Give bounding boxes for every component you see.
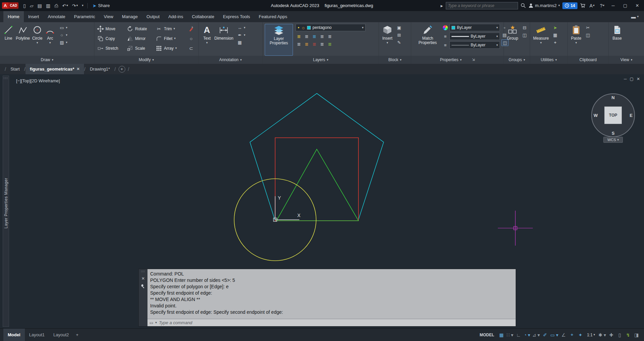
rotate-button[interactable]: Rotate xyxy=(126,26,155,32)
command-settings-wrench-icon[interactable] xyxy=(141,284,145,289)
linetype-list-icon[interactable] xyxy=(443,42,448,48)
status-icon[interactable]: ▭ ▾ xyxy=(549,331,559,339)
store-cart-icon[interactable] xyxy=(580,3,586,8)
base-button[interactable]: Base xyxy=(611,24,624,56)
viewport-controls[interactable]: [−][Top][2D Wireframe] xyxy=(16,78,60,83)
help-menu[interactable] xyxy=(599,2,606,9)
search-expand-icon[interactable] xyxy=(441,3,443,8)
stretch-button[interactable]: Stretch xyxy=(96,45,126,52)
panel-label-clipboard[interactable]: Clipboard xyxy=(568,56,608,64)
paste-button[interactable]: Paste xyxy=(570,24,583,56)
polyline-button[interactable]: Polyline xyxy=(15,24,31,56)
command-drag-grip[interactable] xyxy=(141,270,145,273)
panel-label-view[interactable]: View xyxy=(609,56,644,64)
group-button[interactable]: Group xyxy=(506,24,519,56)
mirror-button[interactable]: Mirror xyxy=(126,35,155,42)
status-icon[interactable]: ✚ xyxy=(607,331,615,339)
panel-label-draw[interactable]: Draw xyxy=(0,56,94,64)
layer-tool-icon[interactable] xyxy=(303,41,310,47)
ribbon-tab[interactable]: Insert xyxy=(24,11,44,22)
undo-button[interactable] xyxy=(61,2,69,9)
panel-label-properties[interactable]: Properties⇲ xyxy=(411,56,504,64)
offset-button[interactable] xyxy=(187,35,197,42)
status-icon[interactable]: ⌖ xyxy=(568,331,576,339)
status-icon[interactable]: ✱ ▾ xyxy=(597,331,607,339)
ungroup-button[interactable] xyxy=(521,25,528,31)
ribbon-tab[interactable]: Featured Apps xyxy=(254,11,292,22)
scale-button[interactable]: Scale xyxy=(126,45,155,52)
viewcube-west[interactable]: W xyxy=(594,113,598,118)
panel-label-annotation[interactable]: Annotation xyxy=(199,56,262,64)
layer-tool-icon[interactable] xyxy=(303,33,310,39)
share-button[interactable]: Share xyxy=(90,2,112,9)
palette-grip-icon[interactable] xyxy=(4,77,8,80)
ribbon-display-toggle[interactable]: ▬ xyxy=(631,11,644,22)
linear-dimension-button[interactable] xyxy=(237,25,246,31)
minimize-button[interactable] xyxy=(608,2,618,10)
panel-label-utilities[interactable]: Utilities xyxy=(530,56,567,64)
annotation-scale-button[interactable]: 1:1 xyxy=(585,333,597,337)
id-point-button[interactable] xyxy=(552,39,559,45)
status-icon[interactable]: ✐ xyxy=(541,331,549,339)
new-layout-button[interactable] xyxy=(73,329,81,341)
viewcube-north[interactable]: N xyxy=(611,95,614,100)
quick-select-button[interactable] xyxy=(552,25,559,31)
search-icon[interactable] xyxy=(521,3,526,8)
layer-tool-icon[interactable] xyxy=(311,33,318,39)
layer-tool-icon[interactable] xyxy=(327,41,333,47)
create-block-button[interactable] xyxy=(396,25,402,31)
wcs-menu[interactable]: WCS xyxy=(603,137,623,143)
restore-drawing-button[interactable] xyxy=(630,77,634,81)
status-icon[interactable]: ✦ xyxy=(576,331,585,339)
file-tab-active[interactable]: figuras_geometricas* xyxy=(26,64,84,74)
dimension-button[interactable]: Dimension xyxy=(213,24,234,56)
erase-button[interactable] xyxy=(187,26,197,32)
layer-tool-icon[interactable] xyxy=(296,33,302,39)
leader-button[interactable] xyxy=(237,32,246,38)
model-space-indicator[interactable]: MODEL xyxy=(480,333,494,337)
file-tab-drawing1[interactable]: Drawing1* xyxy=(85,64,114,74)
ucs-y-label[interactable]: Y xyxy=(278,195,281,201)
new-tab-button[interactable] xyxy=(119,66,125,73)
minimize-drawing-button[interactable] xyxy=(624,77,627,81)
ribbon-tab[interactable]: Parametric xyxy=(70,11,99,22)
viewcube-south[interactable]: S xyxy=(612,131,615,136)
move-button[interactable]: Move xyxy=(96,26,126,32)
copy-clip-button[interactable] xyxy=(585,32,591,38)
maximize-button[interactable] xyxy=(620,2,630,10)
new-file-icon[interactable] xyxy=(22,2,27,9)
panel-launcher-icon[interactable]: ⇲ xyxy=(472,58,475,61)
layer-tool-icon[interactable] xyxy=(319,33,326,39)
color-wheel-icon[interactable] xyxy=(443,25,448,30)
user-menu[interactable]: m.martins2 xyxy=(528,3,560,8)
command-history[interactable]: Command: POLPOLYGON Enter number of side… xyxy=(147,269,516,319)
ellipse-tool-button[interactable] xyxy=(58,32,68,38)
layer-tool-icon[interactable] xyxy=(311,41,318,47)
ribbon-tab[interactable]: Express Tools xyxy=(219,11,255,22)
measure-button[interactable]: Measure xyxy=(532,24,550,56)
copy-button[interactable]: Copy xyxy=(96,35,126,42)
close-drawing-button[interactable] xyxy=(637,77,640,81)
layout-tab[interactable]: Model xyxy=(3,329,25,341)
open-file-icon[interactable] xyxy=(29,2,35,9)
shape-pentagon[interactable] xyxy=(250,93,384,221)
qat-customize-button[interactable] xyxy=(81,3,85,8)
save-icon[interactable] xyxy=(36,2,43,9)
layer-properties-button[interactable]: Layer Properties xyxy=(265,24,293,56)
layer-properties-palette-bar[interactable]: Layer Properties Manager xyxy=(3,76,9,327)
layer-tool-icon[interactable] xyxy=(327,33,333,39)
hatch-tool-button[interactable] xyxy=(58,39,68,45)
app-menu-button[interactable]: A CAD xyxy=(2,2,18,9)
text-button[interactable]: A Text xyxy=(201,24,213,56)
status-icon[interactable]: ◔ ▾ xyxy=(523,331,531,339)
fillet-button[interactable]: Fillet xyxy=(155,35,187,42)
layout-tab[interactable]: Layout1 xyxy=(25,329,49,341)
panel-label-layers[interactable]: Layers xyxy=(263,56,379,64)
file-tab-start[interactable]: Start xyxy=(6,64,24,74)
ucs-x-label[interactable]: X xyxy=(297,213,301,218)
plot-icon[interactable] xyxy=(53,2,59,9)
panel-label-modify[interactable]: Modify xyxy=(94,56,198,64)
match-properties-button[interactable]: Match Properties xyxy=(413,24,442,56)
lineweight-list-icon[interactable] xyxy=(443,33,448,39)
status-icon[interactable]: ↯ xyxy=(624,331,632,339)
